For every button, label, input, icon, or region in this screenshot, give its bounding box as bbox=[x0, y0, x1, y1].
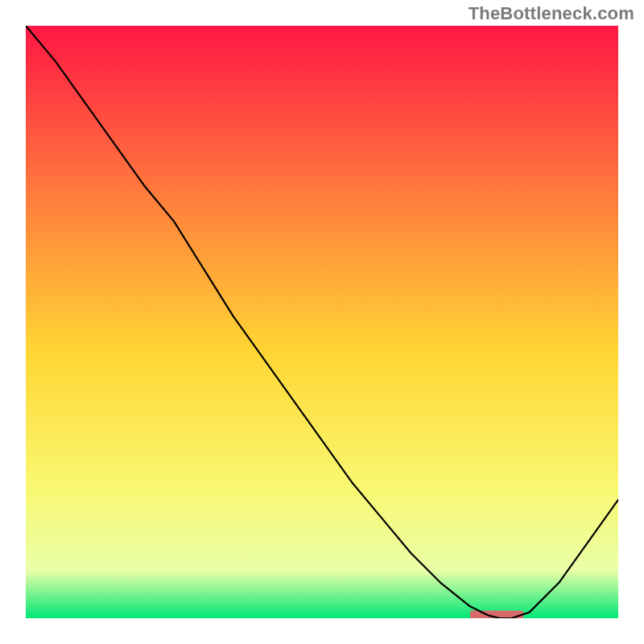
gradient-background bbox=[26, 26, 618, 618]
plot-area bbox=[26, 26, 618, 618]
plot-svg bbox=[26, 26, 618, 618]
watermark-text: TheBottleneck.com bbox=[469, 3, 634, 24]
chart-stage: TheBottleneck.com bbox=[0, 0, 644, 644]
